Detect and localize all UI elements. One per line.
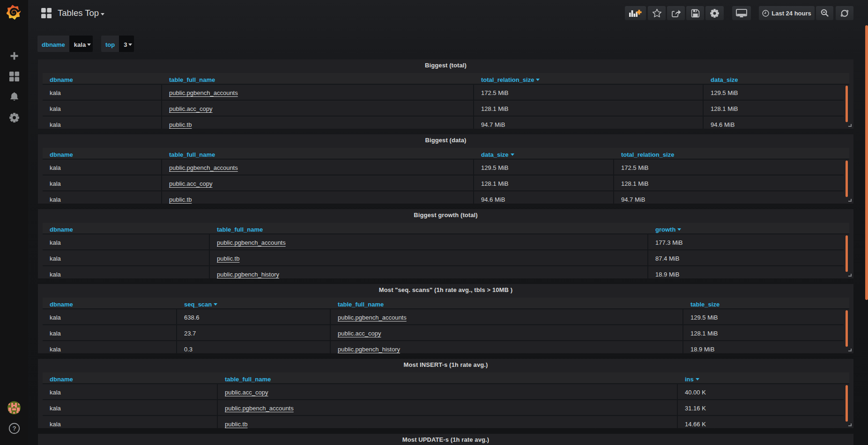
svg-text:?: ? xyxy=(12,425,16,432)
